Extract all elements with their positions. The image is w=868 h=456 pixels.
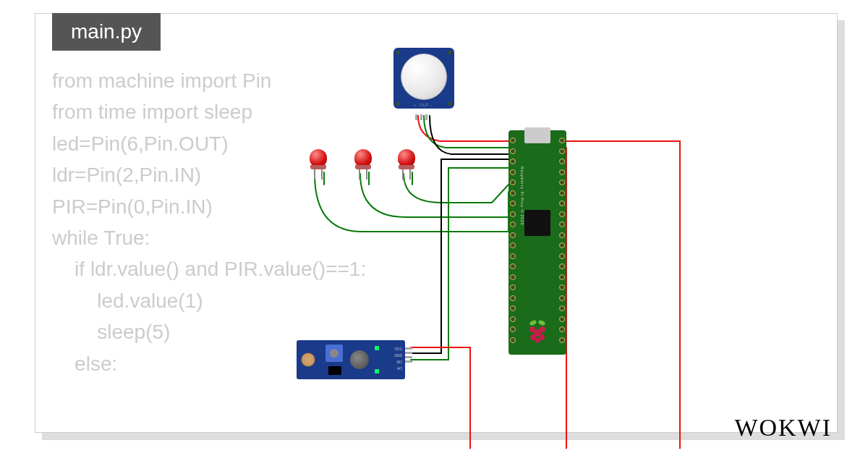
- ldr-pin-label: GND: [394, 353, 402, 358]
- svg-point-5: [535, 338, 540, 343]
- raspberry-pi-pico[interactable]: Raspberry Pi Pico ©2020: [509, 130, 566, 355]
- pin-hole-icon: [559, 305, 565, 311]
- potentiometer-icon[interactable]: [326, 345, 343, 362]
- pin-hole-icon: [510, 148, 516, 154]
- pin-hole-icon: [559, 295, 565, 301]
- pin-hole-icon: [559, 326, 565, 332]
- code-line: PIR=Pin(0,Pin.IN): [52, 195, 213, 218]
- pin-hole-icon: [510, 316, 516, 322]
- pin-hole-icon: [510, 326, 516, 332]
- pin-hole-icon: [559, 221, 565, 227]
- pin-hole-icon: [559, 138, 565, 143]
- status-led-icon: [375, 369, 379, 373]
- wire-black: [430, 116, 509, 154]
- pico-silk-text: Raspberry Pi Pico ©2020: [520, 166, 524, 226]
- led-red[interactable]: [398, 149, 415, 174]
- pin-hole-icon: [559, 148, 565, 154]
- ldr-pin-label: DO: [397, 360, 403, 364]
- ldr-module[interactable]: VCC GND DO AO: [297, 340, 405, 379]
- led-base: [310, 165, 326, 169]
- pin-hole-icon: [510, 180, 516, 185]
- mounting-hole-icon: [448, 51, 451, 54]
- pin-hole-icon: [510, 169, 516, 175]
- wire-green: [404, 174, 509, 203]
- pin-hole-icon: [559, 253, 565, 259]
- svg-point-7: [537, 319, 546, 326]
- pin-hole-icon: [559, 180, 565, 185]
- pin-hole-icon: [510, 242, 516, 248]
- code-line: from time import sleep: [52, 101, 252, 123]
- led-bulb-icon: [310, 149, 327, 166]
- svg-point-2: [540, 326, 545, 332]
- file-tab[interactable]: main.py: [52, 13, 161, 51]
- pin-hole-icon: [510, 232, 516, 238]
- code-line: else:: [52, 352, 117, 375]
- pin-hole-icon: [510, 284, 516, 290]
- ldr-pin-label: VCC: [394, 347, 402, 351]
- pin-hole-icon: [510, 274, 516, 280]
- led-bulb-icon: [354, 149, 372, 166]
- code-line: from machine import Pin: [52, 69, 271, 92]
- pin-hole-icon: [510, 159, 516, 164]
- pir-sensor[interactable]: + OUT -: [393, 48, 454, 114]
- pin-hole-icon: [559, 316, 565, 322]
- wire-black: [411, 159, 509, 353]
- pin-hole-icon: [559, 169, 565, 175]
- pin-hole-icon: [510, 305, 516, 311]
- pin-hole-icon: [559, 284, 565, 290]
- code-line: ldr=Pin(2,Pin.IN): [52, 164, 201, 186]
- ic-chip-icon: [328, 366, 341, 375]
- code-line: led.value(1): [52, 290, 203, 312]
- rp2040-chip-icon: [524, 210, 550, 236]
- wire-green: [360, 174, 509, 217]
- pin-hole-icon: [510, 337, 516, 343]
- pin-hole-icon: [559, 211, 565, 217]
- pin-hole-icon: [510, 253, 516, 259]
- wire-green: [424, 116, 509, 148]
- file-tab-label: main.py: [71, 20, 142, 43]
- led-red[interactable]: [310, 149, 327, 174]
- usb-connector-icon: [524, 127, 550, 143]
- led-bulb-icon: [398, 149, 415, 166]
- component-icon: [350, 350, 369, 369]
- raspberry-pi-logo-icon: [526, 318, 549, 345]
- pir-dome-icon: [401, 54, 447, 100]
- pin-hole-icon: [510, 211, 516, 217]
- wire-red: [566, 141, 680, 449]
- pir-pin-label: -: [430, 103, 431, 107]
- wire-green: [411, 168, 509, 360]
- pin-hole-icon: [510, 263, 516, 269]
- status-led-icon: [375, 346, 379, 350]
- pin-hole-icon: [559, 159, 565, 164]
- pir-pin-label: +: [414, 103, 417, 107]
- pir-pin-label: OUT: [420, 103, 429, 107]
- ldr-pin-label: AO: [397, 366, 402, 371]
- code-line: led=Pin(6,Pin.OUT): [52, 132, 229, 155]
- pin-hole-icon: [559, 200, 565, 206]
- code-line: while True:: [52, 227, 150, 249]
- pin-hole-icon: [559, 190, 565, 196]
- pin-hole-icon: [510, 190, 516, 196]
- brand-name: WOKWI: [734, 414, 832, 441]
- pin-hole-icon: [559, 263, 565, 269]
- circuit-canvas[interactable]: + OUT - VCC GND DO AO: [304, 43, 825, 434]
- svg-point-6: [529, 319, 537, 326]
- pin-hole-icon: [559, 242, 565, 248]
- mounting-hole-icon: [396, 51, 400, 54]
- led-base: [399, 165, 414, 169]
- pir-pins: [415, 114, 433, 120]
- led-red[interactable]: [354, 149, 372, 174]
- pin-hole-icon: [559, 337, 565, 343]
- code-line: sleep(5): [52, 321, 170, 343]
- ldr-header-pins: [405, 347, 412, 372]
- mounting-hole-icon: [448, 102, 451, 106]
- pin-hole-icon: [510, 221, 516, 227]
- pin-hole-icon: [510, 138, 516, 143]
- pin-hole-icon: [559, 274, 565, 280]
- led-base: [355, 165, 371, 169]
- pin-hole-icon: [559, 232, 565, 238]
- pin-hole-icon: [510, 200, 516, 206]
- brand-logo: WOKWI: [734, 414, 832, 442]
- pir-board: + OUT -: [393, 48, 454, 109]
- svg-point-1: [529, 326, 535, 332]
